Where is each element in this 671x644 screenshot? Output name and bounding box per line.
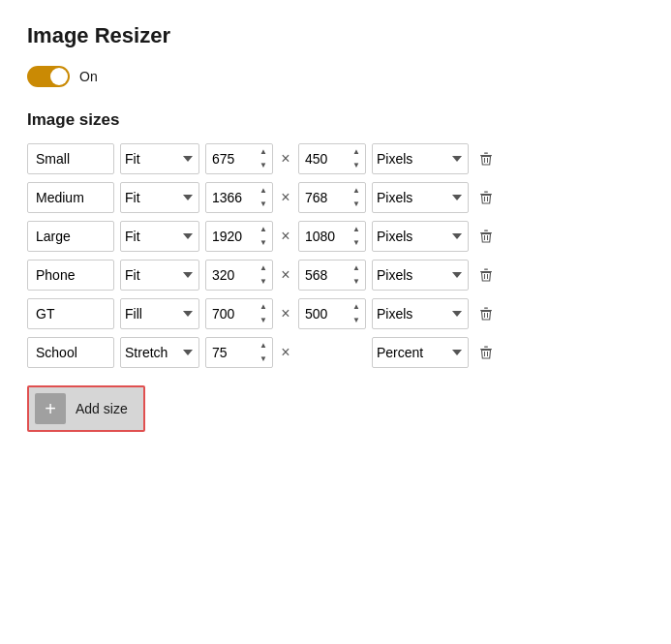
- svg-rect-9: [484, 230, 488, 231]
- table-row: FitFillStretch▲▼×PixelsPercent: [27, 337, 644, 368]
- enable-toggle[interactable]: [27, 66, 70, 87]
- fit-select-phone[interactable]: FitFillStretch: [120, 260, 199, 291]
- width-wrapper-phone: ▲▼: [205, 260, 273, 291]
- page-title: Image Resizer: [27, 23, 644, 48]
- height-down-medium[interactable]: ▼: [350, 198, 363, 210]
- width-wrapper-gt: ▲▼: [205, 298, 273, 329]
- height-wrapper-small: ▲▼: [298, 143, 366, 174]
- delete-button-gt[interactable]: [474, 302, 498, 325]
- table-row: FitFillStretch▲▼×▲▼PixelsPercent: [27, 221, 644, 252]
- width-down-medium[interactable]: ▼: [257, 198, 270, 210]
- sizes-table: FitFillStretch▲▼×▲▼PixelsPercentFitFillS…: [27, 143, 644, 368]
- table-row: FitFillStretch▲▼×▲▼PixelsPercent: [27, 143, 644, 174]
- unit-select-school[interactable]: PixelsPercent: [372, 337, 469, 368]
- x-separator-medium: ×: [279, 189, 292, 206]
- height-wrapper-medium: ▲▼: [298, 182, 366, 213]
- x-separator-gt: ×: [279, 305, 292, 322]
- plus-icon: +: [35, 393, 66, 424]
- name-input-gt[interactable]: [27, 298, 114, 329]
- width-down-large[interactable]: ▼: [257, 236, 270, 249]
- x-separator-large: ×: [279, 228, 292, 245]
- width-wrapper-large: ▲▼: [205, 221, 273, 252]
- fit-select-large[interactable]: FitFillStretch: [120, 221, 199, 252]
- svg-rect-1: [484, 153, 488, 154]
- delete-button-medium[interactable]: [474, 186, 498, 209]
- height-down-small[interactable]: ▼: [350, 159, 363, 171]
- width-up-school[interactable]: ▲: [257, 339, 270, 352]
- width-up-gt[interactable]: ▲: [257, 300, 270, 313]
- add-size-row: + Add size: [27, 385, 644, 432]
- width-wrapper-school: ▲▼: [205, 337, 273, 368]
- add-size-label: Add size: [76, 401, 128, 416]
- table-row: FitFillStretch▲▼×▲▼PixelsPercent: [27, 182, 644, 213]
- delete-button-small[interactable]: [474, 147, 498, 170]
- add-size-button[interactable]: + Add size: [27, 385, 145, 432]
- toggle-state-label: On: [79, 69, 98, 84]
- table-row: FitFillStretch▲▼×▲▼PixelsPercent: [27, 298, 644, 329]
- name-input-phone[interactable]: [27, 260, 114, 291]
- unit-select-gt[interactable]: PixelsPercent: [372, 298, 469, 329]
- width-up-small[interactable]: ▲: [257, 145, 270, 158]
- name-input-school[interactable]: [27, 337, 114, 368]
- section-title: Image sizes: [27, 110, 644, 130]
- height-down-large[interactable]: ▼: [350, 236, 363, 249]
- unit-select-large[interactable]: PixelsPercent: [372, 221, 469, 252]
- width-up-phone[interactable]: ▲: [257, 261, 270, 274]
- svg-rect-5: [484, 192, 488, 193]
- height-wrapper-large: ▲▼: [298, 221, 366, 252]
- width-down-gt[interactable]: ▼: [257, 314, 270, 326]
- width-down-school[interactable]: ▼: [257, 353, 270, 365]
- svg-rect-21: [484, 347, 488, 348]
- height-up-phone[interactable]: ▲: [350, 261, 363, 274]
- svg-rect-17: [484, 308, 488, 309]
- x-separator-phone: ×: [279, 266, 292, 284]
- unit-select-phone[interactable]: PixelsPercent: [372, 260, 469, 291]
- table-row: FitFillStretch▲▼×▲▼PixelsPercent: [27, 260, 644, 291]
- svg-rect-13: [484, 269, 488, 270]
- fit-select-school[interactable]: FitFillStretch: [120, 337, 199, 368]
- name-input-large[interactable]: [27, 221, 114, 252]
- width-up-large[interactable]: ▲: [257, 223, 270, 235]
- height-up-large[interactable]: ▲: [350, 223, 363, 235]
- height-down-phone[interactable]: ▼: [350, 275, 363, 288]
- width-down-phone[interactable]: ▼: [257, 275, 270, 288]
- width-wrapper-small: ▲▼: [205, 143, 273, 174]
- name-input-small[interactable]: [27, 143, 114, 174]
- fit-select-medium[interactable]: FitFillStretch: [120, 182, 199, 213]
- fit-select-gt[interactable]: FitFillStretch: [120, 298, 199, 329]
- width-down-small[interactable]: ▼: [257, 159, 270, 171]
- x-separator-school: ×: [279, 344, 292, 361]
- name-input-medium[interactable]: [27, 182, 114, 213]
- height-up-gt[interactable]: ▲: [350, 300, 363, 313]
- x-separator-small: ×: [279, 150, 292, 168]
- height-down-gt[interactable]: ▼: [350, 314, 363, 326]
- unit-select-medium[interactable]: PixelsPercent: [372, 182, 469, 213]
- height-wrapper-phone: ▲▼: [298, 260, 366, 291]
- height-up-medium[interactable]: ▲: [350, 184, 363, 197]
- height-wrapper-gt: ▲▼: [298, 298, 366, 329]
- fit-select-small[interactable]: FitFillStretch: [120, 143, 199, 174]
- delete-button-phone[interactable]: [474, 263, 498, 287]
- delete-button-large[interactable]: [474, 225, 498, 248]
- unit-select-small[interactable]: PixelsPercent: [372, 143, 469, 174]
- width-wrapper-medium: ▲▼: [205, 182, 273, 213]
- width-up-medium[interactable]: ▲: [257, 184, 270, 197]
- height-up-small[interactable]: ▲: [350, 145, 363, 158]
- delete-button-school[interactable]: [474, 341, 498, 364]
